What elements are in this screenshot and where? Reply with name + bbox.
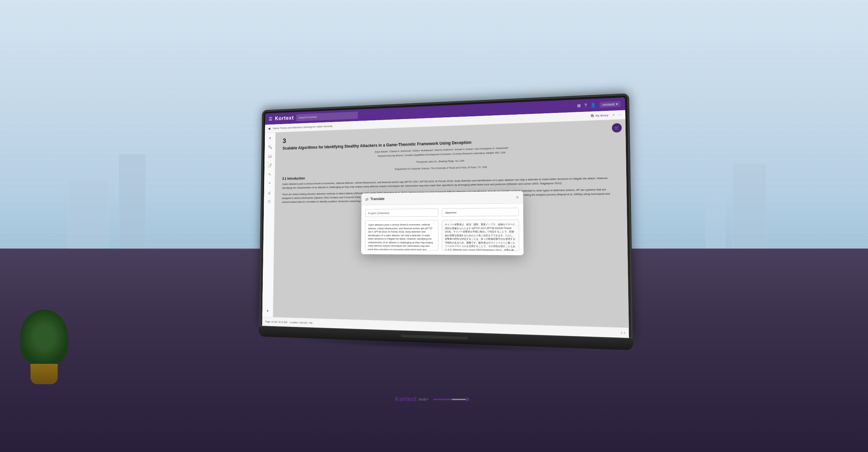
source-text-panel: Cyber attackers pose a serious threat to… xyxy=(365,220,438,250)
plant-decoration xyxy=(20,310,68,377)
more-options-icon[interactable]: ⋯ xyxy=(618,113,622,116)
translation-panels: Cyber attackers pose a serious threat to… xyxy=(365,219,519,251)
account-button[interactable]: Account ▾ xyxy=(600,101,621,107)
screen-bezel: ☰ Kortext ⊞ ? 👤 Account ▾ xyxy=(262,97,629,338)
chevron-down-icon: ▾ xyxy=(616,102,618,106)
sidebar-toc-icon[interactable]: ≡ xyxy=(268,135,272,141)
sidebar-notes-icon[interactable]: 📝 xyxy=(267,162,273,168)
source-language-input[interactable] xyxy=(365,208,438,217)
sidebar-history-icon[interactable]: ⏱ xyxy=(267,199,272,204)
modal-body: Japanese French Spanish German Chinese xyxy=(361,203,524,255)
sidebar-search-icon[interactable]: 🔍 xyxy=(267,144,273,150)
close-button[interactable]: × xyxy=(516,194,519,200)
account-label: Account xyxy=(603,102,615,106)
laptop: ☰ Kortext ⊞ ? 👤 Account ▾ xyxy=(259,93,633,350)
help-icon[interactable]: ? xyxy=(584,103,587,108)
modal-header: ⇄ Translate × xyxy=(361,191,523,205)
sidebar-highlights-icon[interactable]: ✎ xyxy=(267,171,272,177)
sidebar-print-icon[interactable]: 🖨 xyxy=(267,190,272,196)
modal-overlay: ⇄ Translate × Japanese Fr xyxy=(273,119,629,328)
laptop-screen: ☰ Kortext ⊞ ? 👤 Account ▾ xyxy=(259,93,633,339)
grid-icon[interactable]: ⊞ xyxy=(577,103,581,108)
my-library-label: My library xyxy=(595,114,608,117)
location-info: Location: 102/154 / 735 xyxy=(290,321,313,324)
page-info: Page: 41-48 / 42 of 316 xyxy=(265,320,287,323)
modal-title: Translate xyxy=(370,197,384,200)
target-text: サイバー攻撃者は、経済、国防、重要インフラ、金融セクターに深刻な脅威をもたらます… xyxy=(445,223,515,251)
next-arrow[interactable]: › xyxy=(624,331,625,335)
prev-arrow[interactable]: ‹ xyxy=(621,331,622,335)
book-icon: 📚 xyxy=(591,114,594,117)
footer-kortext-sub: study+ xyxy=(418,397,429,401)
language-selectors: Japanese French Spanish German Chinese xyxy=(365,208,519,217)
nav-icons: ⊞ ? 👤 Account ▾ xyxy=(577,101,621,109)
content-area: ≡ 🔍 📖 📝 ✎ ❝ 🖨 ⏱ + 🛒 3 xyxy=(262,119,629,328)
search-input[interactable] xyxy=(296,112,358,121)
share-icon[interactable]: ↗ xyxy=(612,113,615,117)
translate-icon: ⇄ xyxy=(365,197,369,201)
source-text: Cyber attackers pose a serious threat to… xyxy=(368,223,433,250)
hamburger-menu-icon[interactable]: ☰ xyxy=(269,116,273,121)
sidebar-citations-icon[interactable]: ❝ xyxy=(268,180,271,186)
user-circle-icon[interactable]: 👤 xyxy=(591,102,596,107)
kortext-app: ☰ Kortext ⊞ ? 👤 Account ▾ xyxy=(262,97,629,338)
translate-modal: ⇄ Translate × Japanese Fr xyxy=(361,191,524,255)
target-language-select[interactable]: Japanese French Spanish German Chinese xyxy=(442,208,519,216)
footer-kortext-logo: Kortext xyxy=(395,396,416,403)
secondary-nav-right: 📚 My library ↗ ⋯ xyxy=(591,113,622,117)
my-library-link[interactable]: 📚 My library xyxy=(591,114,608,117)
document-area[interactable]: 🛒 3 Scalable Algorithms for Identifying … xyxy=(273,119,629,328)
target-text-panel: サイバー攻撃者は、経済、国防、重要インフラ、金融セクターに深刻な脅威をもたらます… xyxy=(442,219,519,251)
breadcrumb: Game Theory and Machine Learning for Cyb… xyxy=(273,124,332,130)
sidebar-add-button[interactable]: + xyxy=(265,307,270,314)
nav-arrows: ‹ › xyxy=(621,331,625,335)
app-logo: Kortext xyxy=(275,115,294,121)
back-button[interactable]: ◀ xyxy=(268,126,270,130)
sidebar-bookmarks-icon[interactable]: 📖 xyxy=(267,153,273,159)
